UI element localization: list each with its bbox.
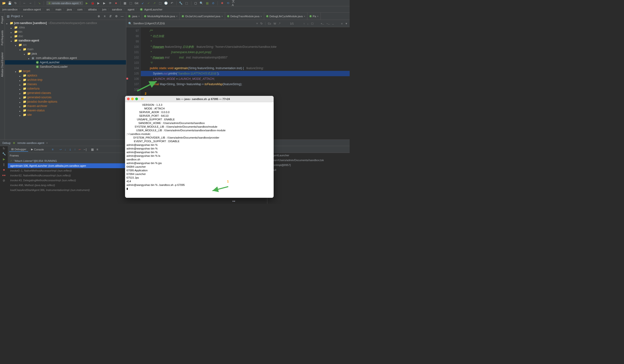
git-push-icon[interactable]: ↗ bbox=[153, 1, 156, 5]
close-search-icon[interactable]: × bbox=[256, 22, 258, 25]
stop-debug-icon[interactable]: ■ bbox=[2, 168, 6, 172]
tree-node[interactable]: 📁 java bbox=[5, 51, 126, 56]
git-rollback-icon[interactable]: ↶ bbox=[170, 1, 174, 5]
tree-node[interactable]: 📁 src bbox=[5, 43, 126, 47]
regex-toggle[interactable]: .* bbox=[279, 22, 280, 25]
step-into-icon[interactable]: ↓ bbox=[63, 147, 67, 151]
words-toggle[interactable]: W bbox=[274, 22, 276, 25]
rerun-icon[interactable]: ↻ bbox=[2, 146, 6, 150]
settings-gear-icon[interactable]: ⚙ bbox=[114, 14, 118, 18]
step-out-icon[interactable]: ↑ bbox=[73, 147, 77, 151]
link-icon[interactable]: ⟲ bbox=[226, 1, 230, 5]
attach-icon[interactable]: ⟳ bbox=[108, 1, 112, 5]
editor-tab[interactable]: C.java× bbox=[126, 13, 142, 20]
evaluate-icon[interactable]: ▦ bbox=[91, 147, 94, 151]
star-icon[interactable]: ✱ bbox=[220, 1, 224, 5]
select-all-icon[interactable]: ▢ bbox=[311, 22, 313, 25]
breakpoints-icon[interactable]: ●● bbox=[2, 173, 6, 177]
tree-node[interactable]: 📁 javadoc-bundle-options bbox=[5, 99, 126, 104]
project-tree[interactable]: 📁 jvm-sandbox [sandbox] ~/Documents/work… bbox=[5, 20, 126, 140]
search-icon[interactable]: 🔍 bbox=[200, 1, 204, 5]
hide-icon[interactable]: — bbox=[120, 14, 124, 18]
step-over-icon[interactable]: ⤻ bbox=[58, 147, 62, 151]
breadcrumb-item[interactable]: jvm bbox=[102, 8, 106, 11]
prev-match-icon[interactable]: ↑ bbox=[304, 22, 305, 25]
block-icon[interactable]: ⊘ bbox=[211, 1, 215, 5]
zoom-traffic-icon[interactable] bbox=[135, 97, 138, 100]
match-case-toggle[interactable]: Cc bbox=[268, 22, 271, 25]
console-tab[interactable]: ▶Console bbox=[29, 147, 46, 151]
breadcrumb-item[interactable]: agent bbox=[128, 8, 134, 11]
tree-node[interactable]: 📁 classes bbox=[5, 82, 126, 86]
locate-icon[interactable]: ⊕ bbox=[97, 14, 101, 18]
collapse-icon[interactable]: ⇵ bbox=[108, 14, 112, 18]
expand-icon[interactable]: ≡ bbox=[103, 14, 106, 18]
back-icon[interactable]: ← bbox=[23, 1, 26, 5]
run-icon[interactable]: ▶ bbox=[85, 1, 89, 5]
run-cursor-icon[interactable]: →| bbox=[83, 147, 87, 151]
editor-tab[interactable]: CDebugLifeCycleModule.java× bbox=[264, 13, 307, 20]
structure-icon[interactable]: ▦ bbox=[123, 1, 127, 5]
marker-icon[interactable]: ▦ bbox=[206, 1, 209, 5]
tree-node[interactable]: 📁 generated-sources bbox=[5, 95, 126, 99]
tree-node[interactable]: C SandboxClassLoader bbox=[5, 65, 126, 69]
alibaba-cloud-tab[interactable]: Alibaba Cloud Explorer bbox=[0, 51, 4, 78]
profile-icon[interactable]: ▶ bbox=[103, 1, 106, 5]
tree-node[interactable]: 📁 main bbox=[5, 47, 126, 51]
project-icon[interactable]: ⬚ bbox=[185, 1, 189, 5]
tree-node[interactable]: 📁 target bbox=[5, 69, 126, 73]
tree-node[interactable]: 📁 doc bbox=[5, 34, 126, 38]
maximize-icon[interactable]: ▢ bbox=[194, 1, 198, 5]
breadcrumb-item[interactable]: com bbox=[78, 8, 82, 11]
remove-sel-icon[interactable]: −⎵ bbox=[326, 22, 330, 25]
mute-bp-icon[interactable]: ⊘ bbox=[2, 179, 6, 182]
breadcrumb-item[interactable]: sandbox-agent bbox=[23, 8, 41, 11]
variable-row[interactable]: f AgentLauncher bbox=[267, 153, 350, 158]
pull-requests-tab[interactable]: Pull Requests bbox=[0, 29, 4, 46]
editor-tab[interactable]: CPa× bbox=[307, 13, 321, 20]
variable-row[interactable]: tationImpl@8957} bbox=[267, 163, 350, 168]
open-icon[interactable]: 📂 bbox=[2, 1, 6, 5]
box-icon[interactable]: ⬚ bbox=[129, 1, 133, 5]
breadcrumb-item[interactable]: sandbox bbox=[112, 8, 122, 11]
tree-node[interactable]: 📁 .idea bbox=[5, 25, 126, 30]
terminal-window[interactable]: 📁 bin — java ‹ sandbox.sh -p 67095 — 77×… bbox=[125, 96, 274, 198]
tree-node[interactable]: 📁 bin bbox=[5, 30, 126, 34]
breadcrumb-item[interactable]: alibaba bbox=[88, 8, 97, 11]
tree-node[interactable]: 📁 maven-archiver bbox=[5, 104, 126, 108]
funnel-icon[interactable]: ▼ bbox=[345, 22, 348, 25]
thread-dump-icon[interactable]: ≡ bbox=[51, 147, 55, 151]
pause-icon[interactable]: ∥ bbox=[2, 163, 6, 167]
minimize-traffic-icon[interactable] bbox=[131, 97, 134, 100]
sel-all-icon[interactable]: ⎵ bbox=[332, 22, 334, 25]
project-tab[interactable]: Project bbox=[0, 15, 4, 24]
editor-tab[interactable]: CDebugTraceModule.java× bbox=[225, 13, 264, 20]
search-input[interactable]: Sandbox 以Agent方式启动 bbox=[133, 22, 165, 25]
tree-node[interactable]: 📁 site bbox=[5, 113, 126, 117]
debug-icon[interactable]: 🐞 bbox=[91, 1, 95, 5]
variable-row[interactable]: home=/Users/admin/Documents//sandbox;tok bbox=[267, 158, 350, 163]
filter-icon[interactable]: ≡ bbox=[341, 22, 343, 25]
modify-icon[interactable]: 🔧 bbox=[2, 152, 6, 156]
breadcrumb-item[interactable]: src bbox=[46, 8, 50, 11]
next-match-icon[interactable]: ↓ bbox=[307, 22, 309, 25]
git-history-icon[interactable]: 🕐 bbox=[164, 1, 168, 5]
close-icon[interactable]: × bbox=[46, 142, 48, 144]
debugger-tab[interactable]: ▤Debugger bbox=[9, 147, 28, 152]
editor-tab[interactable]: CModuleMgrModule.java× bbox=[142, 13, 180, 20]
tree-node[interactable]: C AgentLauncher bbox=[5, 60, 126, 65]
tree-node[interactable]: 📁 maven-status bbox=[5, 108, 126, 113]
close-traffic-icon[interactable] bbox=[127, 97, 130, 100]
terminal-titlebar[interactable]: 📁 bin — java ‹ sandbox.sh -p 67095 — 77×… bbox=[125, 96, 274, 102]
stop-icon[interactable]: ■ bbox=[114, 1, 118, 5]
terminal-body[interactable]: VERSION : 1.3.3 MODE : ATTACH SERVER_ADD… bbox=[125, 102, 274, 198]
settings-icon[interactable]: 🔧 bbox=[179, 1, 183, 5]
tree-node[interactable]: 📁 generated-classes bbox=[5, 91, 126, 95]
tree-node[interactable]: 📁 sandbox-agent bbox=[5, 38, 126, 43]
tree-node[interactable]: ▣ com.alibaba.jvm.sandbox.agent bbox=[5, 56, 126, 60]
force-step-icon[interactable]: ⇣ bbox=[68, 147, 72, 151]
git-commit-icon[interactable]: ✓ bbox=[147, 1, 151, 5]
git-update-icon[interactable]: ↙ bbox=[141, 1, 145, 5]
editor-tab[interactable]: COnJarUnLoadCompleted.java× bbox=[180, 13, 225, 20]
forward-icon[interactable]: → bbox=[28, 1, 32, 5]
